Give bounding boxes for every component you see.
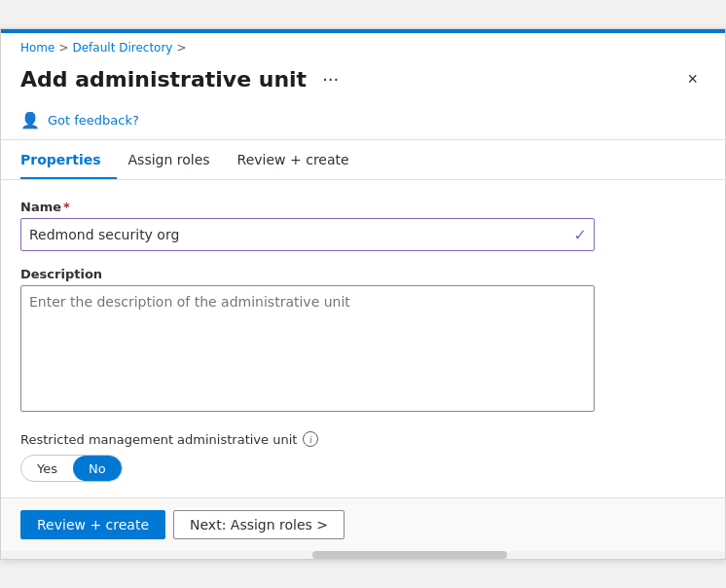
name-field-group: Name* ✓ [20,200,706,251]
scrollbar-thumb[interactable] [312,551,507,559]
restricted-section: Restricted management administrative uni… [20,431,706,482]
restricted-label: Restricted management administrative uni… [20,432,297,447]
breadcrumb-separator-2: > [176,41,186,55]
dialog-window: Home > Default Directory > Add administr… [0,28,726,560]
review-create-button[interactable]: Review + create [20,510,165,539]
feedback-label: Got feedback? [48,113,139,128]
page-title: Add administrative unit [20,67,307,92]
tab-properties[interactable]: Properties [20,140,117,179]
footer: Review + create Next: Assign roles > [1,497,725,551]
breadcrumb: Home > Default Directory > [1,33,725,58]
restricted-label-row: Restricted management administrative uni… [20,431,706,447]
header-left: Add administrative unit ··· [20,67,345,92]
dialog-header: Add administrative unit ··· × [1,58,725,103]
description-label: Description [20,267,706,281]
required-star: * [63,200,70,214]
description-field-group: Description [20,267,706,416]
tab-review-create[interactable]: Review + create [237,140,365,179]
name-label: Name* [20,200,706,214]
description-textarea-wrapper [20,285,595,416]
yes-no-toggle: Yes No [20,455,123,482]
info-icon[interactable]: i [303,431,318,447]
feedback-bar[interactable]: 👤 Got feedback? [1,103,725,140]
form-content: Name* ✓ Description Restricted managemen… [1,180,725,497]
name-input[interactable] [20,218,595,251]
more-options-button[interactable]: ··· [316,67,345,92]
check-icon: ✓ [574,226,587,244]
name-input-wrapper: ✓ [20,218,595,251]
close-button[interactable]: × [679,66,706,92]
feedback-icon: 👤 [20,111,40,129]
horizontal-scrollbar[interactable] [1,551,725,559]
yes-button[interactable]: Yes [21,456,73,481]
tab-bar: Properties Assign roles Review + create [1,140,725,180]
description-input[interactable] [20,285,595,412]
next-assign-roles-button[interactable]: Next: Assign roles > [173,510,345,539]
tab-assign-roles[interactable]: Assign roles [128,140,226,179]
breadcrumb-directory[interactable]: Default Directory [73,41,173,55]
no-button[interactable]: No [73,456,122,481]
breadcrumb-home[interactable]: Home [20,41,54,55]
breadcrumb-separator-1: > [58,41,68,55]
